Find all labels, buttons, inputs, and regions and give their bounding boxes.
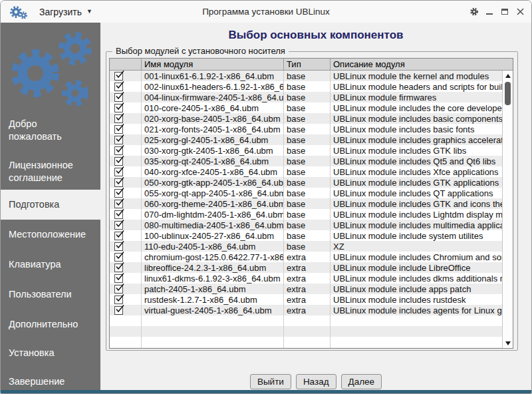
- sidebar-item-additional[interactable]: Дополнительно: [1, 318, 100, 331]
- exit-button[interactable]: Выйти: [250, 374, 291, 389]
- table-row[interactable]: 020-xorg-base-2405-1-x86_64.ubm base UBL…: [110, 113, 502, 124]
- table-row[interactable]: [110, 326, 502, 337]
- module-desc-cell: UBLinux module include LibreOffice: [331, 262, 502, 273]
- module-type-cell: base: [284, 124, 331, 134]
- module-checkbox[interactable]: [114, 264, 123, 272]
- table-row[interactable]: virtual-guest-2405-1-x86_64.ubm extra UB…: [110, 305, 502, 315]
- module-checkbox[interactable]: [114, 72, 123, 81]
- sidebar-item-preparation[interactable]: Подготовка: [1, 190, 100, 220]
- module-desc-cell: [331, 347, 502, 348]
- module-type-cell: base: [284, 209, 331, 220]
- header-checkbox-col[interactable]: [110, 59, 142, 70]
- table-row[interactable]: 100-ublinux-2405-27-x86_64.ubm base UBLi…: [110, 230, 502, 241]
- maximize-icon: [501, 9, 508, 15]
- sidebar-item-keyboard[interactable]: Клавиатура: [1, 258, 100, 271]
- table-row[interactable]: 055-xorg-qt-app-2405-1-x86_64.ubm base U…: [110, 188, 502, 198]
- module-name-cell: 055-xorg-qt-app-2405-1-x86_64.ubm: [142, 188, 284, 198]
- load-button[interactable]: Загрузить ▼: [39, 7, 92, 17]
- table-row[interactable]: patch-2405-1-x86_64.ubm extra UBLinux mo…: [110, 284, 502, 294]
- settings-gear-icon[interactable]: [469, 5, 479, 19]
- table-header-row: Имя модуля Тип Описание модуля: [110, 59, 513, 71]
- maximize-button[interactable]: [500, 5, 509, 19]
- scroll-down-button[interactable]: [503, 338, 513, 348]
- module-checkbox[interactable]: [114, 242, 123, 251]
- table-row[interactable]: 035-xorg-qt-2405-1-x86_64.ubm base UBLin…: [110, 156, 502, 166]
- module-checkbox[interactable]: [114, 178, 123, 187]
- table-row[interactable]: 025-xorg-gl-2405-1-x86_64.ubm base UBLin…: [110, 134, 502, 145]
- module-name-cell: 050-xorg-gtk-app-2405-1-x86_64.ubm: [142, 177, 284, 188]
- module-checkbox[interactable]: [114, 253, 123, 262]
- module-desc-cell: [331, 315, 502, 326]
- module-name-cell: chromium-gost-125.0.6422.77-1-x86_64.ubm: [142, 252, 284, 262]
- table-row[interactable]: 080-multimedia-2405-1-x86_64.ubm base UB…: [110, 220, 502, 230]
- module-checkbox[interactable]: [114, 306, 123, 315]
- module-checkbox[interactable]: [114, 168, 123, 176]
- module-type-cell: extra: [284, 284, 331, 294]
- table-row[interactable]: chromium-gost-125.0.6422.77-1-x86_64.ubm…: [110, 252, 502, 262]
- sidebar-item-finish[interactable]: Завершение: [1, 375, 100, 388]
- module-name-cell: 060-xorg-theme-2405-1-x86_64.ubm: [142, 198, 284, 209]
- table-row[interactable]: linux61-dkms-6.1.92-3-x86_64.ubm extra U…: [110, 273, 502, 284]
- table-row[interactable]: 021-xorg-fonts-2405-1-x86_64.ubm base UB…: [110, 124, 502, 134]
- module-rows: 001-linux61-6.1.92-1-x86_64.ubm base UBL…: [110, 71, 502, 348]
- groupbox-label: Выбор модулей с установочного носителя: [112, 46, 289, 56]
- arrow-up-icon: [505, 74, 511, 78]
- table-row[interactable]: 010-core-2405-1-x86_64.ubm base UBLinux …: [110, 102, 502, 113]
- module-desc-cell: UBLinux module the kernel and modules: [331, 71, 502, 81]
- module-checkbox[interactable]: [114, 104, 123, 112]
- module-checkbox[interactable]: [114, 200, 123, 208]
- module-type-cell: extra: [284, 262, 331, 273]
- module-checkbox[interactable]: [114, 114, 123, 123]
- module-checkbox[interactable]: [114, 83, 123, 91]
- module-name-cell: 002-linux61-headers-6.1.92-1-x86_64.ubm: [142, 81, 284, 92]
- module-checkbox[interactable]: [114, 232, 123, 240]
- table-row[interactable]: libreoffice-24.2.3-1-x86_64.ubm extra UB…: [110, 262, 502, 273]
- module-checkbox[interactable]: [114, 221, 123, 230]
- sidebar-item-license[interactable]: Лицензионное соглашение: [1, 159, 100, 184]
- sidebar-item-welcome[interactable]: Добро пожаловать: [1, 118, 100, 142]
- module-checkbox[interactable]: [114, 210, 123, 219]
- module-checkbox[interactable]: [114, 125, 123, 134]
- table-row[interactable]: 070-dm-lightdm-2405-1-x86_64.ubm base UB…: [110, 209, 502, 220]
- module-checkbox[interactable]: [114, 93, 123, 102]
- module-name-cell: 100-ublinux-2405-27-x86_64.ubm: [142, 230, 284, 241]
- module-checkbox[interactable]: [114, 146, 123, 155]
- header-module-type[interactable]: Тип: [284, 59, 331, 70]
- module-type-cell: base: [284, 220, 331, 230]
- scrollbar-thumb[interactable]: [505, 82, 511, 105]
- module-checkbox[interactable]: [114, 285, 123, 294]
- table-row[interactable]: [110, 337, 502, 347]
- sidebar-item-users[interactable]: Пользователи: [1, 288, 100, 301]
- table-row[interactable]: rustdesk-1.2.7-1-x86_64.ubm extra UBLinu…: [110, 294, 502, 305]
- close-button[interactable]: [515, 5, 525, 19]
- table-row[interactable]: 004-linux-firmware-2405-1-x86_64.ubm bas…: [110, 92, 502, 102]
- module-type-cell: base: [284, 81, 331, 92]
- header-module-desc[interactable]: Описание модуля: [331, 59, 513, 70]
- table-row[interactable]: [110, 347, 502, 348]
- module-checkbox[interactable]: [114, 136, 123, 144]
- module-checkbox[interactable]: [114, 296, 123, 304]
- titlebar: Загрузить ▼ Программа установки UBLinux: [1, 1, 531, 23]
- module-checkbox[interactable]: [114, 189, 123, 198]
- scroll-up-button[interactable]: [503, 71, 513, 81]
- module-desc-cell: UBLinux module firmwares: [331, 92, 502, 102]
- table-row[interactable]: 040-xorg-xfce-2405-1-x86_64.ubm base UBL…: [110, 166, 502, 177]
- vertical-scrollbar[interactable]: [502, 71, 513, 348]
- header-module-name[interactable]: Имя модуля: [142, 59, 284, 70]
- table-row[interactable]: 050-xorg-gtk-app-2405-1-x86_64.ubm base …: [110, 177, 502, 188]
- table-row[interactable]: [110, 315, 502, 326]
- module-desc-cell: UBLinux module includes the core develop…: [331, 102, 502, 113]
- modules-groupbox: Выбор модулей с установочного носителя И…: [106, 51, 518, 351]
- sidebar-item-location[interactable]: Местоположение: [1, 228, 100, 241]
- module-checkbox[interactable]: [114, 274, 123, 283]
- table-row[interactable]: 001-linux61-6.1.92-1-x86_64.ubm base UBL…: [110, 71, 502, 81]
- table-row[interactable]: 110-edu-2405-1-x86_64.ubm base XZ: [110, 241, 502, 252]
- minimize-button[interactable]: [485, 5, 494, 19]
- table-row[interactable]: 002-linux61-headers-6.1.92-1-x86_64.ubm …: [110, 81, 502, 92]
- next-button[interactable]: Далее: [341, 374, 382, 389]
- table-row[interactable]: 030-xorg-gtk-2405-1-x86_64.ubm base UBLi…: [110, 145, 502, 156]
- back-button[interactable]: Назад: [296, 374, 336, 389]
- module-checkbox[interactable]: [114, 157, 123, 166]
- sidebar-item-install[interactable]: Установка: [1, 347, 100, 359]
- table-row[interactable]: 060-xorg-theme-2405-1-x86_64.ubm base UB…: [110, 198, 502, 209]
